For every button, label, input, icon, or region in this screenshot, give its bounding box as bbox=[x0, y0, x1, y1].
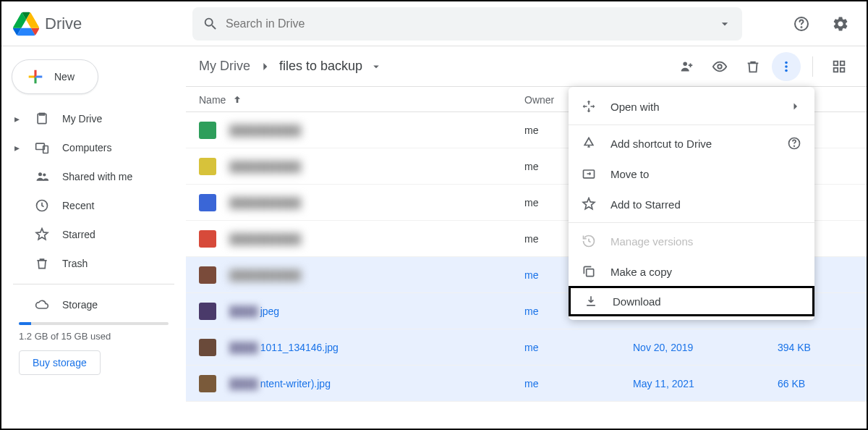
table-row[interactable]: ntent-writer).jpgmeMay 11, 202166 KB bbox=[186, 366, 867, 402]
search-input[interactable] bbox=[226, 17, 710, 30]
chevron-right-icon bbox=[258, 59, 272, 74]
more-vert-icon bbox=[778, 59, 794, 75]
shortcut-icon bbox=[582, 136, 596, 151]
svg-point-6 bbox=[38, 172, 42, 176]
plus-icon bbox=[25, 67, 46, 87]
move-folder-icon bbox=[582, 166, 596, 181]
clock-icon bbox=[35, 198, 49, 213]
svg-point-7 bbox=[43, 173, 46, 176]
svg-rect-16 bbox=[834, 67, 838, 72]
app-name: Drive bbox=[45, 14, 82, 33]
svg-point-11 bbox=[785, 61, 788, 64]
trash-icon bbox=[745, 59, 761, 75]
breadcrumb-item[interactable]: My Drive bbox=[199, 59, 250, 74]
menu-make-copy[interactable]: Make a copy bbox=[569, 256, 814, 287]
eye-icon bbox=[712, 59, 728, 75]
svg-rect-17 bbox=[841, 67, 845, 72]
menu-manage-versions: Manage versions bbox=[569, 226, 814, 256]
file-thumb bbox=[199, 266, 216, 284]
new-button-label: New bbox=[54, 71, 75, 83]
drive-icon bbox=[35, 111, 49, 126]
svg-rect-14 bbox=[834, 61, 838, 65]
search-icon bbox=[203, 16, 218, 32]
file-size: 66 KB bbox=[778, 378, 850, 389]
star-icon bbox=[582, 197, 596, 211]
grid-icon bbox=[831, 59, 847, 75]
svg-point-19 bbox=[794, 146, 795, 146]
svg-point-1 bbox=[801, 27, 802, 28]
storage-used: 1.2 GB of 15 GB used bbox=[19, 331, 186, 342]
sidebar-item-starred[interactable]: Starred bbox=[1, 220, 186, 249]
file-thumb bbox=[199, 375, 216, 392]
delete-button[interactable] bbox=[739, 52, 767, 81]
share-button[interactable] bbox=[672, 52, 701, 81]
open-with-icon bbox=[582, 99, 596, 114]
sidebar-item-storage[interactable]: Storage bbox=[1, 290, 186, 319]
file-thumb bbox=[199, 158, 216, 175]
svg-point-12 bbox=[785, 65, 788, 68]
sidebar-item-trash[interactable]: Trash bbox=[1, 249, 186, 278]
svg-rect-21 bbox=[587, 269, 594, 277]
sidebar-item-my-drive[interactable]: ▸My Drive bbox=[1, 104, 186, 133]
download-icon bbox=[584, 294, 598, 308]
svg-point-9 bbox=[683, 62, 687, 66]
trash-icon bbox=[35, 256, 49, 271]
copy-icon bbox=[582, 264, 596, 279]
svg-rect-15 bbox=[841, 61, 845, 65]
context-menu: Open with Add shortcut to Drive Move to … bbox=[569, 87, 814, 320]
chevron-right-icon bbox=[788, 100, 801, 113]
more-actions-button[interactable] bbox=[772, 52, 801, 81]
sidebar-item-computers[interactable]: ▸Computers bbox=[1, 133, 186, 162]
svg-point-10 bbox=[718, 64, 722, 69]
sidebar: New ▸My Drive ▸Computers Shared with me … bbox=[1, 46, 186, 429]
menu-download[interactable]: Download bbox=[569, 286, 814, 316]
help-circle-icon[interactable] bbox=[787, 136, 801, 151]
gear-icon bbox=[832, 15, 849, 33]
file-owner: me bbox=[524, 378, 633, 389]
file-owner: me bbox=[524, 342, 633, 353]
app-logo[interactable]: Drive bbox=[13, 11, 192, 37]
menu-add-shortcut[interactable]: Add shortcut to Drive bbox=[569, 128, 814, 159]
settings-button[interactable] bbox=[826, 9, 855, 38]
menu-add-starred[interactable]: Add to Starred bbox=[569, 189, 814, 219]
header: Drive bbox=[1, 1, 867, 46]
file-thumb bbox=[199, 303, 216, 320]
sidebar-item-shared[interactable]: Shared with me bbox=[1, 162, 186, 191]
file-thumb bbox=[199, 230, 216, 248]
chevron-down-icon[interactable] bbox=[370, 60, 383, 73]
sidebar-item-recent[interactable]: Recent bbox=[1, 191, 186, 220]
file-thumb bbox=[199, 122, 216, 139]
search-bar[interactable] bbox=[192, 7, 742, 41]
search-dropdown-icon[interactable] bbox=[718, 17, 732, 31]
column-name[interactable]: Name bbox=[199, 94, 524, 106]
breadcrumb-item[interactable]: files to backup bbox=[279, 59, 362, 74]
svg-point-13 bbox=[785, 69, 788, 72]
new-button[interactable]: New bbox=[12, 59, 98, 94]
file-thumb bbox=[199, 194, 216, 211]
star-icon bbox=[35, 227, 49, 242]
devices-icon bbox=[35, 140, 49, 155]
breadcrumb: My Drive files to backup bbox=[199, 59, 383, 74]
history-icon bbox=[582, 234, 596, 248]
menu-move-to[interactable]: Move to bbox=[569, 159, 814, 189]
people-icon bbox=[35, 169, 49, 184]
file-modified: Nov 20, 2019 bbox=[633, 342, 778, 353]
drive-logo-icon bbox=[13, 11, 39, 37]
support-button[interactable] bbox=[787, 9, 816, 38]
person-add-icon bbox=[678, 59, 694, 75]
file-thumb bbox=[199, 339, 216, 356]
file-modified: May 11, 2021 bbox=[633, 378, 778, 389]
menu-open-with[interactable]: Open with bbox=[569, 91, 814, 122]
arrow-up-icon bbox=[231, 94, 243, 106]
cloud-icon bbox=[35, 298, 49, 312]
table-row[interactable]: 1011_134146.jpgmeNov 20, 2019394 KB bbox=[186, 329, 867, 366]
view-toggle-button[interactable] bbox=[825, 52, 854, 81]
help-circle-icon bbox=[793, 15, 810, 33]
preview-button[interactable] bbox=[705, 52, 734, 81]
buy-storage-button[interactable]: Buy storage bbox=[19, 350, 101, 375]
file-size: 394 KB bbox=[778, 342, 850, 353]
storage-bar bbox=[19, 322, 169, 325]
